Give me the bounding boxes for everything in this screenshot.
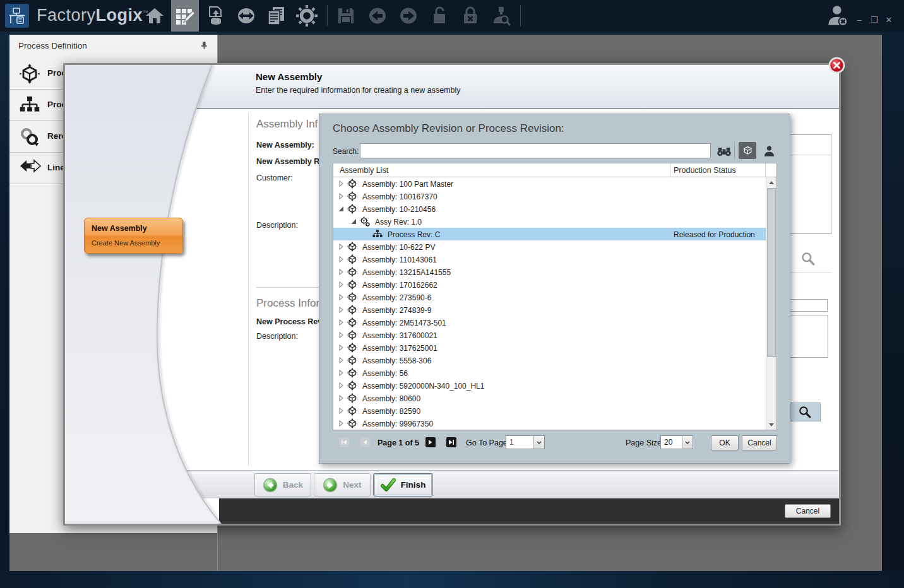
binoculars-icon[interactable] [717,146,732,156]
reports-button[interactable] [262,0,290,32]
tree-row[interactable]: Assembly: 100167370 [333,190,766,203]
user-search-button[interactable] [487,0,515,32]
column-divider[interactable] [765,163,766,177]
tree-row[interactable]: Assembly: 273590-6 [333,291,766,303]
collapsed-expander-icon[interactable] [338,180,344,187]
tree-row[interactable]: Assembly: 317600021 [333,329,766,341]
process-editor-button[interactable] [171,0,199,32]
ok-button[interactable]: OK [711,435,739,450]
tree-row[interactable]: Assembly: 80600 [333,392,766,404]
collapsed-expander-icon[interactable] [338,395,344,401]
tree-row[interactable]: Assembly: 100 Part Master [333,177,766,190]
chooser-cancel-button[interactable]: Cancel [742,435,777,450]
close-window-button[interactable]: ✕ [883,15,895,25]
tree-row-label: Assembly: 2M51473-501 [362,319,446,327]
collapsed-expander-icon[interactable] [338,256,344,262]
save-button[interactable] [332,0,360,32]
expanded-expander-icon[interactable] [338,206,344,212]
expanded-expander-icon[interactable] [351,218,357,225]
tree-row[interactable]: Assembly: 99967350 [333,417,766,430]
wizard-button-band [65,470,839,498]
goto-page-value: 1 [509,438,514,447]
search-button[interactable] [789,403,821,421]
dropdown-arrow-icon[interactable] [682,436,693,449]
finish-button[interactable]: Finish [373,473,433,497]
column-header-production-status[interactable]: Production Status [674,166,736,175]
collapsed-expander-icon[interactable] [338,344,344,351]
close-dialog-button[interactable] [828,57,845,74]
scrollbar-thumb[interactable] [767,188,776,357]
navigate-forward-button[interactable] [395,0,422,32]
scroll-up-arrow-icon[interactable] [766,177,776,187]
sync-button[interactable] [232,0,260,32]
search-input[interactable] [360,143,711,158]
collapsed-expander-icon[interactable] [338,370,344,376]
unlock-button[interactable] [426,0,454,32]
assembly-icon [347,191,357,201]
next-page-button[interactable] [425,437,436,447]
customer-list-box[interactable] [788,134,831,234]
factorylogix-logo-icon [5,4,29,28]
tree-row[interactable]: Assembly: 10-210456 [333,203,766,215]
revision-input[interactable] [785,299,828,312]
first-page-button[interactable] [339,437,349,447]
user-logout-button[interactable] [824,0,852,32]
description-textarea[interactable] [785,315,828,358]
maximize-button[interactable]: ❒ [869,15,880,25]
tree-row[interactable]: Assembly: 5920000N-340_100_HL1 [333,379,766,392]
tree-row[interactable]: Assembly: 110143061 [333,253,766,266]
collapsed-expander-icon[interactable] [338,357,344,363]
back-button[interactable]: Back [254,473,311,497]
collapsed-expander-icon[interactable] [338,408,344,414]
column-header-assembly-list[interactable]: Assembly List [340,166,388,175]
tree-row[interactable]: Assembly: 82590 [333,404,766,417]
collapsed-expander-icon[interactable] [338,269,344,275]
minimize-button[interactable]: – [853,15,865,25]
assembly-icon [347,418,357,428]
vertical-scrollbar[interactable] [766,177,776,430]
goto-page-combo[interactable]: 1 [506,435,545,449]
collapsed-expander-icon[interactable] [338,319,344,326]
collapsed-expander-icon[interactable] [338,281,344,288]
collapsed-expander-icon[interactable] [338,307,344,313]
column-divider[interactable] [670,163,670,177]
tree-row[interactable]: Assembly: 56 [333,367,766,379]
filter-people-button[interactable] [761,143,777,158]
collapsed-expander-icon[interactable] [338,294,344,300]
tree-row[interactable]: Assembly: 2M51473-501 [333,316,766,329]
next-button[interactable]: Next [314,473,371,497]
import-data-button[interactable] [202,0,230,32]
wizard-steps-panel [65,65,283,524]
navigate-back-button[interactable] [364,0,391,32]
collapsed-expander-icon[interactable] [338,193,344,199]
previous-page-button[interactable] [360,437,370,447]
cancel-button-label: Cancel [796,507,819,515]
tree-row[interactable]: Process Rev: CReleased for Production [333,228,766,240]
tree-row[interactable]: Assembly: 5558-306 [333,354,766,367]
tree-row[interactable]: Assembly: 13215A141555 [333,266,766,278]
collapsed-expander-icon[interactable] [338,332,344,338]
tree-row[interactable]: Assembly: 170162662 [333,278,766,291]
last-page-button[interactable] [446,437,456,447]
collapsed-expander-icon[interactable] [338,244,344,250]
home-button[interactable] [141,0,169,32]
page-size-combo[interactable]: 20 [660,435,693,449]
collapsed-expander-icon[interactable] [338,382,344,389]
dropdown-arrow-icon[interactable] [533,436,544,449]
scroll-down-arrow-icon[interactable] [766,420,776,430]
tree-row[interactable]: Assy Rev: 1.0 [333,215,766,228]
collapsed-expander-icon[interactable] [338,420,344,426]
tree-row[interactable]: Assembly: 10-622 PV [333,240,766,253]
assembly-icon [347,343,357,353]
lock-remove-button[interactable] [456,0,484,32]
cancel-button[interactable]: Cancel [785,504,831,518]
pin-icon[interactable] [199,41,208,50]
list-row-divider [789,155,831,155]
tree-row[interactable]: Assembly: 317625001 [333,341,766,354]
tree-row-label: Assembly: 80600 [362,394,420,403]
filter-assemblies-button[interactable] [739,142,756,159]
tree-row-label: Assembly: 170162662 [362,281,437,290]
dialog-footer: Cancel [219,498,839,524]
tree-row[interactable]: Assembly: 274839-9 [333,303,766,316]
settings-gear-button[interactable] [293,0,321,32]
